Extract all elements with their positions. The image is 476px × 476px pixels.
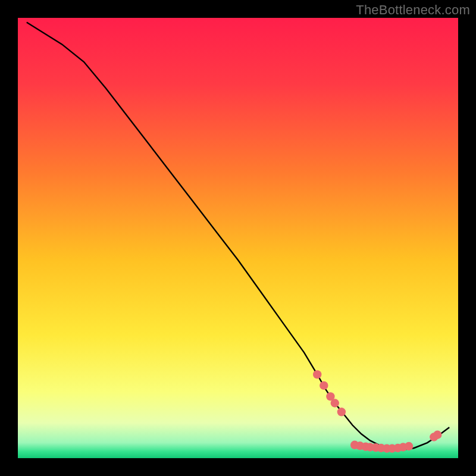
- data-marker: [405, 442, 413, 450]
- plot-gradient-area: [18, 18, 458, 458]
- data-marker: [331, 399, 339, 407]
- data-marker: [433, 431, 441, 439]
- chart-stage: TheBottleneck.com: [0, 0, 476, 476]
- data-marker: [320, 381, 328, 390]
- watermark-text: TheBottleneck.com: [356, 2, 470, 18]
- bottleneck-chart: [0, 0, 476, 476]
- data-marker: [313, 370, 321, 378]
- data-marker: [337, 408, 346, 416]
